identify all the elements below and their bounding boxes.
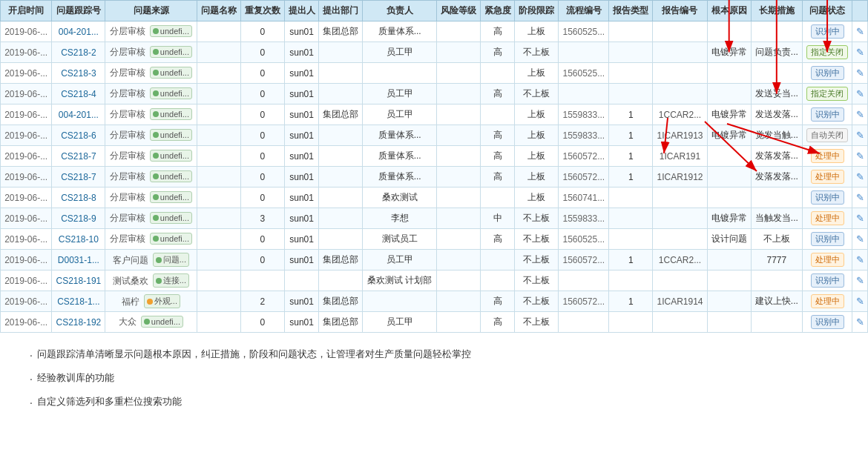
cell-time: 2019-06-...	[1, 208, 52, 229]
cell-name	[197, 84, 240, 104]
cell-dept: 集团总部	[319, 21, 363, 42]
cell-risk	[436, 84, 480, 104]
table-row: 2019-06-... CS218-192 大众 undefi... 0 sun…	[1, 312, 868, 333]
cell-report-type	[609, 229, 653, 250]
cell-edit[interactable]: ✎	[852, 291, 868, 312]
source-tag: undefi...	[150, 129, 192, 141]
cell-track-no: D0031-1...	[52, 250, 105, 271]
source-tag: undefi...	[150, 87, 192, 99]
cell-urgency: 高	[480, 84, 515, 104]
cell-urgency	[480, 250, 515, 271]
footnote-item: ·问题跟踪清单清晰显示问题根本原因，纠正措施，阶段和问题状态，让管理者对生产质量…	[30, 345, 853, 365]
col-report-type: 报告类型	[609, 1, 653, 21]
cell-time: 2019-06-...	[1, 187, 52, 208]
cell-edit[interactable]: ✎	[852, 250, 868, 271]
cell-flow-no: 1559833...	[559, 125, 609, 146]
cell-source: 分层审核 undefi...	[105, 21, 197, 42]
edit-icon[interactable]: ✎	[856, 316, 864, 328]
cell-edit[interactable]: ✎	[852, 84, 868, 104]
edit-icon[interactable]: ✎	[856, 130, 864, 141]
cell-edit[interactable]: ✎	[852, 208, 868, 229]
cell-status: 指定关闭	[802, 42, 852, 63]
cell-status: 识别中	[802, 21, 852, 42]
cell-edit[interactable]: ✎	[852, 42, 868, 63]
col-urgency: 紧急度	[480, 1, 515, 21]
cell-source: 分层审核 undefi...	[105, 125, 197, 146]
edit-icon[interactable]: ✎	[856, 233, 864, 245]
cell-name	[197, 312, 240, 333]
cell-repeat: 0	[240, 42, 284, 63]
cell-edit[interactable]: ✎	[852, 63, 868, 84]
cell-flow-no	[559, 312, 609, 333]
cell-edit[interactable]: ✎	[852, 125, 868, 146]
cell-long-term: 觉发当触...	[751, 125, 802, 146]
edit-icon[interactable]: ✎	[856, 88, 864, 99]
cell-repeat: 0	[240, 312, 284, 333]
cell-root-cause	[707, 187, 751, 208]
edit-icon[interactable]: ✎	[856, 150, 864, 162]
edit-icon[interactable]: ✎	[856, 275, 864, 286]
cell-risk	[436, 312, 480, 333]
edit-icon[interactable]: ✎	[856, 67, 864, 79]
cell-time: 2019-06-...	[1, 104, 52, 125]
cell-report-type: 1	[609, 104, 653, 125]
table-row: 2019-06-... CS218-4 分层审核 undefi... 0 sun…	[1, 84, 868, 104]
cell-edit[interactable]: ✎	[852, 167, 868, 187]
edit-icon[interactable]: ✎	[856, 296, 864, 307]
cell-edit[interactable]: ✎	[852, 187, 868, 208]
cell-stage: 不上板	[515, 84, 559, 104]
cell-time: 2019-06-...	[1, 167, 52, 187]
cell-name	[197, 125, 240, 146]
edit-icon[interactable]: ✎	[856, 47, 864, 58]
cell-dept	[319, 84, 363, 104]
edit-icon[interactable]: ✎	[856, 192, 864, 203]
cell-edit[interactable]: ✎	[852, 104, 868, 125]
cell-root-cause	[707, 291, 751, 312]
cell-dept	[319, 125, 363, 146]
source-tag: undefi...	[150, 212, 192, 224]
cell-edit[interactable]: ✎	[852, 312, 868, 333]
cell-long-term: 7777	[751, 250, 802, 271]
cell-edit[interactable]: ✎	[852, 21, 868, 42]
cell-urgency	[480, 104, 515, 125]
cell-status: 识别中	[802, 229, 852, 250]
cell-risk	[436, 63, 480, 84]
edit-icon[interactable]: ✎	[856, 26, 864, 37]
col-source: 问题来源	[105, 1, 197, 21]
cell-time: 2019-06-...	[1, 271, 52, 291]
cell-risk	[436, 229, 480, 250]
col-action	[852, 1, 868, 21]
cell-long-term: 发落发落...	[751, 146, 802, 167]
cell-edit[interactable]: ✎	[852, 146, 868, 167]
table-row: 2019-06-... CS218-7 分层审核 undefi... 0 sun…	[1, 146, 868, 167]
cell-risk	[436, 187, 480, 208]
cell-name	[197, 63, 240, 84]
cell-edit[interactable]: ✎	[852, 229, 868, 250]
cell-flow-no: 1560572...	[559, 250, 609, 271]
cell-edit[interactable]: ✎	[852, 271, 868, 291]
cell-dept	[319, 187, 363, 208]
cell-report-type	[609, 187, 653, 208]
cell-time: 2019-06-...	[1, 146, 52, 167]
col-long-term: 长期措施	[751, 1, 802, 21]
table-row: 2019-06-... 004-201... 分层审核 undefi... 0 …	[1, 21, 868, 42]
cell-owner: 质量体系...	[363, 125, 437, 146]
cell-flow-no	[559, 42, 609, 63]
cell-risk	[436, 125, 480, 146]
cell-dept	[319, 63, 363, 84]
edit-icon[interactable]: ✎	[856, 109, 864, 120]
edit-icon[interactable]: ✎	[856, 254, 864, 265]
edit-icon[interactable]: ✎	[856, 171, 864, 182]
col-stage: 阶段限踪	[515, 1, 559, 21]
source-tag: undefi...	[150, 108, 192, 120]
edit-icon[interactable]: ✎	[856, 213, 864, 224]
cell-status: 识别中	[802, 312, 852, 333]
cell-raiser: sun01	[284, 104, 319, 125]
cell-flow-no: 1559833...	[559, 208, 609, 229]
table-row: 2019-06-... CS218-3 分层审核 undefi... 0 sun…	[1, 63, 868, 84]
cell-name	[197, 146, 240, 167]
cell-stage: 上板	[515, 187, 559, 208]
cell-long-term	[751, 187, 802, 208]
cell-report-type	[609, 63, 653, 84]
source-tag: undefi...	[150, 233, 192, 245]
